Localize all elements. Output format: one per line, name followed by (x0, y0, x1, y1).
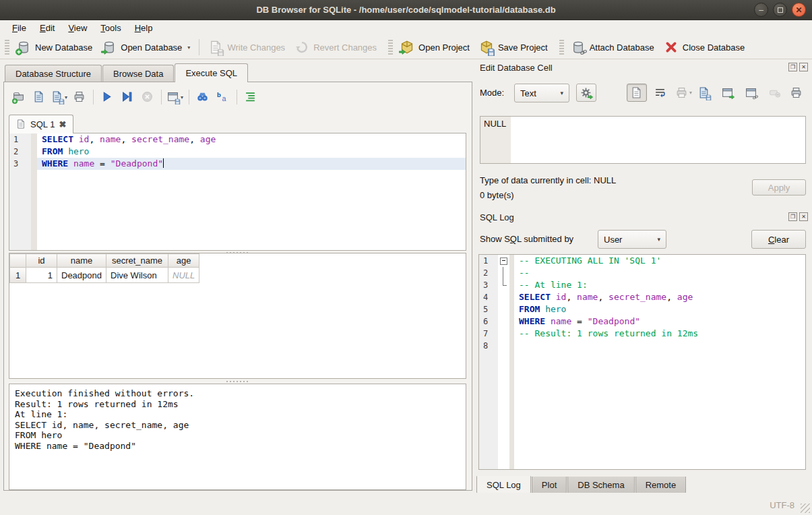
minimize-button[interactable]: – (754, 3, 768, 17)
cell-secret-name[interactable]: Dive Wilson (106, 268, 168, 283)
sql-log-view[interactable]: 1-- EXECUTING ALL IN 'SQL 1'2--3-- At li… (478, 254, 806, 470)
code-line[interactable]: 2FROM hero (9, 146, 466, 158)
tab-sql-log[interactable]: SQL Log (476, 476, 531, 494)
code-line[interactable]: 5FROM hero (479, 303, 805, 315)
mode-combobox[interactable]: Text▾ (514, 84, 569, 102)
save-project-button[interactable]: Save Project (474, 37, 553, 57)
print-sql-button[interactable] (70, 88, 89, 106)
execute-all-button[interactable] (98, 88, 117, 106)
maximize-button[interactable] (773, 3, 787, 17)
fold-margin (498, 315, 509, 328)
find-replace-button[interactable] (193, 88, 212, 106)
revert-changes-button[interactable]: Revert Changes (290, 37, 381, 57)
word-wrap-button[interactable] (650, 84, 670, 102)
text-document-button[interactable] (627, 84, 647, 102)
tab-browse-data[interactable]: Browse Data (102, 65, 174, 82)
close-button[interactable]: ✕ (792, 3, 806, 17)
set-null-icon (769, 87, 781, 99)
open-database-dropdown-icon[interactable]: ▾ (187, 44, 190, 51)
code-line[interactable]: 7-- Result: 1 rows returned in 12ms (479, 328, 805, 340)
dock-tab-bar: SQL Log Plot DB Schema Remote (476, 477, 687, 495)
fold-marker-icon[interactable] (498, 255, 509, 267)
cell-age[interactable]: NULL (168, 268, 199, 283)
menu-tools[interactable]: Tools (94, 22, 127, 34)
cell-name[interactable]: Deadpond (57, 268, 106, 283)
print-icon (73, 91, 86, 103)
column-header-age[interactable]: age (168, 254, 199, 268)
menu-edit[interactable]: Edit (33, 22, 61, 34)
open-database-button[interactable]: Open Database ▾ (97, 37, 195, 57)
line-number: 1 (9, 133, 31, 146)
dock-close-icon[interactable]: ✕ (799, 212, 808, 221)
save-results-dropdown-icon[interactable]: ▾ (181, 94, 183, 100)
code-line[interactable]: 3WHERE name = "Deadpond" (9, 158, 466, 170)
table-row: 1 1 Deadpond Dive Wilson NULL (10, 268, 199, 283)
write-changes-button[interactable]: Write Changes (204, 37, 290, 57)
log-filter-combobox[interactable]: User▾ (598, 230, 666, 249)
close-database-button[interactable]: Close Database (659, 37, 750, 57)
dock-close-icon[interactable]: ✕ (799, 63, 808, 71)
toggle-case-button[interactable] (214, 88, 232, 106)
cell-editor-toolbar: ▾ (627, 84, 807, 102)
code-line[interactable]: 6WHERE name = "Deadpond" (479, 315, 805, 328)
code-line[interactable]: 1-- EXECUTING ALL IN 'SQL 1' (479, 255, 805, 267)
code-line[interactable]: 8 (479, 340, 805, 352)
tab-remote[interactable]: Remote (635, 477, 687, 494)
toolbar-handle[interactable] (5, 40, 9, 55)
dock-area: Edit Database Cell ❐ ✕ Mode: Text▾ ▾ NUL… (476, 59, 812, 493)
menu-file[interactable]: File (5, 22, 33, 34)
save-results-button[interactable]: ▾ (166, 88, 185, 106)
write-changes-icon (208, 40, 223, 55)
apply-button[interactable]: Apply (752, 179, 806, 195)
code-line[interactable]: 1SELECT id, name, secret_name, age (9, 133, 466, 146)
cell-editor[interactable]: NULL (480, 116, 806, 164)
toolbar-handle[interactable] (388, 40, 393, 55)
stop-execution-button[interactable] (138, 88, 157, 106)
code-line[interactable]: 2-- (479, 267, 805, 279)
encoding-indicator[interactable]: UTF-8 (770, 500, 794, 510)
export-data-icon (698, 87, 710, 99)
print-cell-button[interactable] (786, 84, 807, 102)
menu-help[interactable]: Help (128, 22, 160, 34)
column-header-secret-name[interactable]: secret_name (106, 254, 168, 268)
execution-message[interactable]: Execution finished without errors.Result… (9, 384, 466, 490)
sql-1-tab[interactable]: SQL 1 ✖ (9, 115, 73, 133)
menu-view[interactable]: View (61, 22, 94, 34)
save-sql-dropdown-icon[interactable]: ▾ (65, 94, 67, 100)
open-external-button[interactable] (718, 84, 738, 102)
code-line[interactable]: 3-- At line 1: (479, 279, 805, 291)
format-sql-button[interactable] (241, 88, 260, 106)
row-header[interactable]: 1 (10, 268, 26, 283)
message-line: At line 1: (15, 409, 460, 420)
new-sql-tab-button[interactable] (9, 88, 28, 106)
code-line[interactable]: 4SELECT id, name, secret_name, age (479, 291, 805, 303)
set-null-button[interactable] (765, 84, 785, 102)
export-data-button[interactable] (694, 84, 714, 102)
title-bar[interactable]: DB Browser for SQLite - /home/user/code/… (0, 0, 812, 20)
table-corner[interactable] (10, 254, 26, 268)
dock-float-icon[interactable]: ❐ (788, 63, 797, 71)
new-database-button[interactable]: New Database (11, 37, 97, 57)
auto-switch-mode-button[interactable] (576, 84, 596, 102)
sql-tab-bar: SQL 1 ✖ (9, 114, 73, 133)
sql-editor[interactable]: 1SELECT id, name, secret_name, age2FROM … (9, 133, 466, 251)
save-sql-file-button[interactable]: ▾ (50, 88, 69, 106)
resize-grip-icon[interactable] (801, 504, 810, 513)
tab-db-schema[interactable]: DB Schema (567, 477, 634, 494)
import-data-button[interactable]: ▾ (674, 84, 694, 102)
open-sql-file-button[interactable] (30, 88, 49, 106)
column-header-id[interactable]: id (26, 254, 57, 268)
toolbar-handle[interactable] (559, 40, 564, 55)
close-sql-tab-icon[interactable]: ✖ (59, 119, 66, 129)
clear-log-button[interactable]: Clear (751, 230, 806, 249)
attach-database-button[interactable]: Attach Database (566, 37, 659, 57)
copy-link-button[interactable] (741, 84, 761, 102)
dock-float-icon[interactable]: ❐ (788, 212, 797, 221)
open-project-button[interactable]: Open Project (395, 37, 474, 57)
column-header-name[interactable]: name (57, 254, 106, 268)
tab-database-structure[interactable]: Database Structure (5, 65, 102, 82)
tab-execute-sql[interactable]: Execute SQL (175, 63, 248, 82)
execute-line-button[interactable] (118, 88, 137, 106)
cell-id[interactable]: 1 (26, 268, 57, 283)
tab-plot[interactable]: Plot (532, 477, 567, 494)
